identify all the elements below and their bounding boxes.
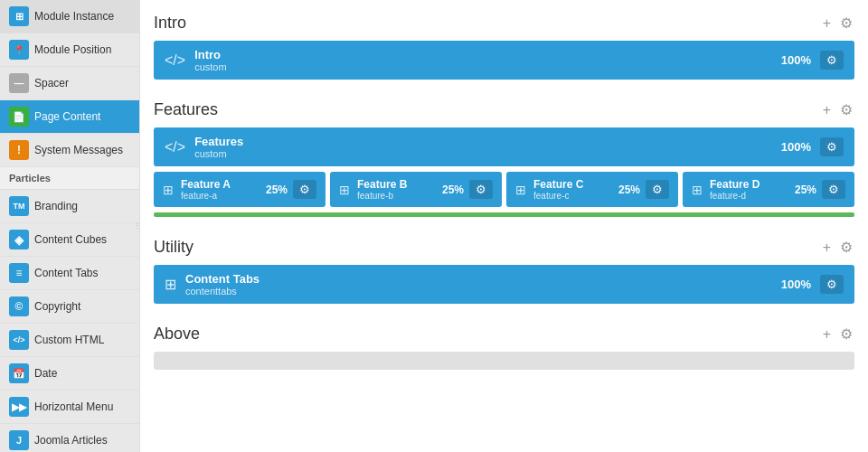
feature-b-right: 25% ⚙ [442, 180, 493, 199]
sidebar-item-label: Content Tabs [34, 267, 99, 279]
module-features-percent: 100% [781, 140, 811, 154]
branding-icon: TM [9, 196, 29, 216]
section-above-header: Above + ⚙ [154, 320, 854, 352]
feature-a-gear-button[interactable]: ⚙ [293, 180, 316, 199]
feature-a-sub: feature-a [181, 191, 231, 201]
feature-col-c: ⊞ Feature C feature-c 25% ⚙ [506, 172, 678, 207]
feature-a-percent: 25% [266, 184, 288, 196]
sidebar: ⊞ Module Instance 📍 Module Position — Sp… [0, 0, 140, 452]
module-intro-right: 100% ⚙ [781, 51, 844, 70]
feature-c-right: 25% ⚙ [618, 180, 669, 199]
sidebar-item-spacer[interactable]: — Spacer [0, 67, 139, 100]
module-features-info: Features custom [194, 135, 243, 159]
sidebar-item-date[interactable]: 📅 Date [0, 357, 139, 391]
module-position-icon: 📍 [9, 40, 29, 60]
module-features-left: </> Features custom [165, 135, 243, 159]
section-above-add-icon[interactable]: + [821, 325, 833, 344]
section-utility-actions: + ⚙ [821, 237, 854, 258]
feature-a-right: 25% ⚙ [266, 180, 316, 199]
feature-col-d-left: ⊞ Feature D feature-d [692, 178, 760, 201]
content-tabs-icon: ≡ [9, 263, 29, 283]
sidebar-item-custom-html[interactable]: </> Custom HTML [0, 324, 139, 357]
section-features-gear-icon[interactable]: ⚙ [838, 99, 854, 120]
module-features-sub: custom [194, 148, 243, 159]
sidebar-item-joomla-articles[interactable]: J Joomla Articles [0, 424, 139, 452]
section-features-actions: + ⚙ [821, 99, 854, 120]
section-intro-add-icon[interactable]: + [821, 14, 833, 33]
section-intro-title: Intro [154, 14, 186, 33]
section-above-gear-icon[interactable]: ⚙ [838, 324, 854, 344]
feature-b-gear-button[interactable]: ⚙ [469, 180, 493, 199]
module-instance-icon: ⊞ [9, 6, 29, 26]
sidebar-item-label: Date [34, 367, 57, 380]
module-features-right: 100% ⚙ [781, 137, 844, 156]
sidebar-item-copyright[interactable]: © Copyright [0, 290, 139, 324]
section-above-actions: + ⚙ [821, 324, 854, 344]
sidebar-item-label: Module Position [34, 43, 111, 56]
module-features-name: Features [194, 135, 243, 148]
module-intro-sub: custom [194, 61, 226, 72]
feature-col-a-left: ⊞ Feature A feature-a [163, 178, 231, 201]
sidebar-item-label: Joomla Articles [34, 434, 108, 447]
section-utility-title: Utility [154, 238, 193, 257]
custom-html-icon: </> [9, 330, 29, 350]
feature-c-sub: feature-c [533, 191, 583, 201]
sidebar-item-label: Module Instance [34, 10, 114, 23]
sidebar-item-label: Branding [34, 200, 78, 212]
module-intro: </> Intro custom 100% ⚙ [154, 41, 854, 80]
section-features-header: Features + ⚙ [154, 96, 854, 127]
section-utility-gear-icon[interactable]: ⚙ [838, 237, 854, 258]
joomla-articles-icon: J [9, 430, 29, 450]
sidebar-item-horizontal-menu[interactable]: ▶▶ Horizontal Menu [0, 391, 139, 424]
section-intro: Intro + ⚙ </> Intro custom 100% ⚙ [154, 9, 854, 80]
sidebar-item-branding[interactable]: TM Branding [0, 190, 139, 223]
page-content-icon: 📄 [9, 107, 29, 127]
sidebar-item-module-position[interactable]: 📍 Module Position [0, 33, 139, 67]
feature-b-grid-icon: ⊞ [339, 183, 350, 197]
feature-c-gear-button[interactable]: ⚙ [646, 180, 669, 199]
features-progress-bar [154, 212, 854, 217]
module-content-tabs-name: Content Tabs [185, 272, 259, 286]
module-content-tabs: ⊞ Content Tabs contenttabs 100% ⚙ [154, 265, 854, 304]
sidebar-item-module-instance[interactable]: ⊞ Module Instance [0, 0, 139, 33]
feature-d-info: Feature D feature-d [710, 178, 760, 201]
sidebar-item-label: Spacer [34, 77, 69, 89]
sidebar-item-content-cubes[interactable]: ◈ Content Cubes [0, 223, 139, 257]
sidebar-item-page-content[interactable]: 📄 Page Content [0, 100, 139, 134]
module-intro-left: </> Intro custom [165, 48, 227, 72]
feature-c-percent: 25% [618, 184, 640, 196]
feature-col-c-left: ⊞ Feature C feature-c [515, 178, 583, 201]
feature-b-name: Feature B [357, 178, 407, 191]
module-intro-gear-button[interactable]: ⚙ [820, 51, 844, 70]
module-content-tabs-right: 100% ⚙ [781, 275, 844, 294]
module-features-code-icon: </> [165, 139, 185, 155]
section-intro-gear-icon[interactable]: ⚙ [838, 13, 854, 33]
module-content-tabs-gear-button[interactable]: ⚙ [820, 275, 844, 294]
spacer-icon: — [9, 73, 29, 93]
horizontal-menu-icon: ▶▶ [9, 397, 29, 417]
module-intro-info: Intro custom [194, 48, 226, 72]
sidebar-item-label: System Messages [34, 144, 123, 156]
section-above-placeholder [154, 352, 854, 370]
module-content-tabs-info: Content Tabs contenttabs [185, 272, 259, 297]
feature-c-name: Feature C [533, 178, 583, 191]
sidebar-item-content-tabs[interactable]: ≡ Content Tabs [0, 257, 139, 290]
sidebar-item-label: Custom HTML [34, 334, 104, 346]
sidebar-resize-handle[interactable]: ⋮ [136, 0, 139, 452]
feature-a-grid-icon: ⊞ [163, 183, 174, 197]
module-intro-name: Intro [194, 48, 226, 61]
feature-d-percent: 25% [795, 184, 816, 196]
feature-col-a: ⊞ Feature A feature-a 25% ⚙ [154, 172, 326, 207]
section-features-add-icon[interactable]: + [821, 100, 833, 120]
feature-d-gear-button[interactable]: ⚙ [822, 180, 845, 199]
module-features-gear-button[interactable]: ⚙ [820, 137, 844, 156]
feature-c-info: Feature C feature-c [533, 178, 583, 201]
resize-dots-icon: ⋮ [134, 222, 140, 230]
sidebar-item-system-messages[interactable]: ! System Messages [0, 134, 139, 167]
section-intro-header: Intro + ⚙ [154, 9, 854, 41]
section-utility-add-icon[interactable]: + [821, 238, 833, 258]
module-content-tabs-sub: contenttabs [185, 286, 259, 297]
module-features: </> Features custom 100% ⚙ [154, 127, 854, 166]
feature-columns: ⊞ Feature A feature-a 25% ⚙ ⊞ Feature B [154, 172, 854, 207]
particles-label: Particles [0, 167, 139, 190]
